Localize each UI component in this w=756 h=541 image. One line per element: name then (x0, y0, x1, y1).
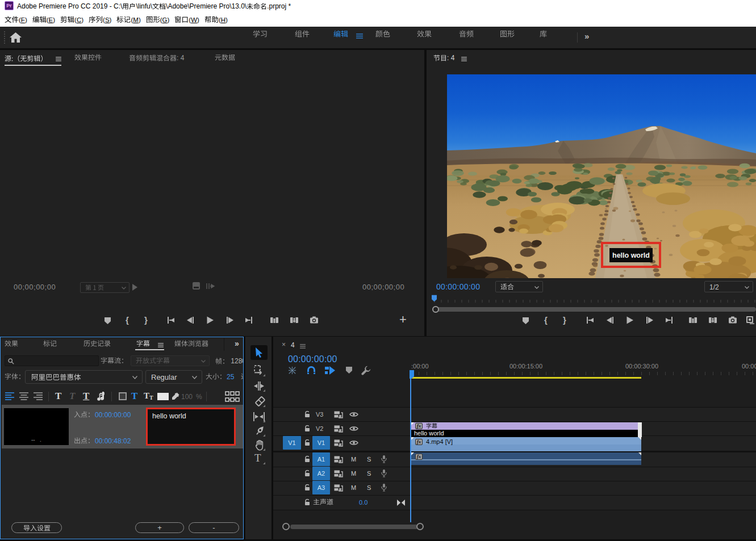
svg-text:hello world: hello world (612, 251, 650, 259)
